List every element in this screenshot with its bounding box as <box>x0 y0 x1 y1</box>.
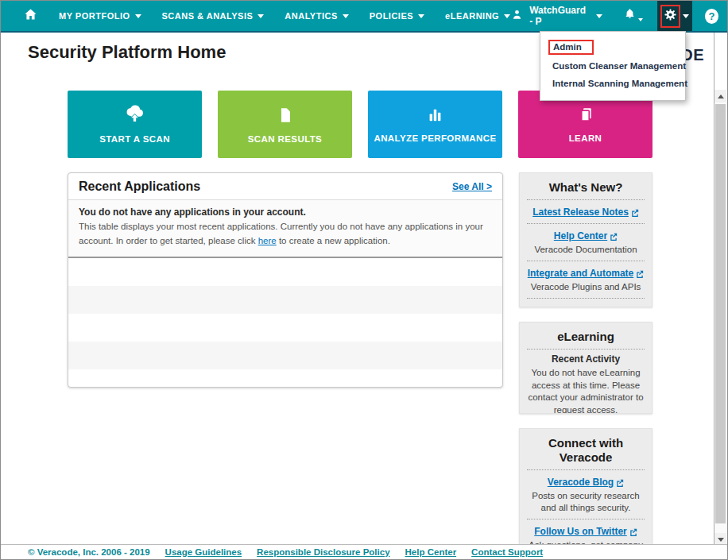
table-row <box>68 286 502 314</box>
elearning-panel: eLearning Recent Activity You do not hav… <box>519 322 652 414</box>
scan-results-button[interactable]: SCAN RESULTS <box>218 91 352 158</box>
veracode-community-link[interactable]: Veracode Community <box>532 305 640 307</box>
chevron-down-icon <box>596 14 602 18</box>
bell-icon <box>623 7 637 24</box>
nav-my-portfolio[interactable]: MY PORTFOLIO <box>59 11 141 21</box>
table-row <box>68 258 502 286</box>
chevron-down-icon <box>418 14 424 18</box>
panel-title: Connect with Veracode <box>520 429 652 465</box>
nav-scans-analysis[interactable]: SCANS & ANALYSIS <box>162 11 265 21</box>
notifications-menu[interactable] <box>623 7 643 25</box>
books-icon <box>576 106 594 126</box>
annotation-highlight-gear <box>660 5 680 28</box>
chevron-down-icon <box>718 538 724 542</box>
link-description: Veracode Plugins and APIs <box>520 281 652 293</box>
chevron-up-icon <box>718 95 724 98</box>
usage-guidelines-link[interactable]: Usage Guidelines <box>165 547 242 557</box>
external-link-icon <box>632 307 640 308</box>
nav-label: SCANS & ANALYSIS <box>162 11 254 21</box>
link-label: Veracode Community <box>532 305 629 307</box>
user-label: WatchGuard - P <box>529 5 591 27</box>
button-label: LEARN <box>569 133 602 143</box>
divider <box>527 199 645 200</box>
nav-policies[interactable]: POLICIES <box>370 11 424 21</box>
menu-item-custom-cleanser[interactable]: Custom Cleanser Management <box>540 57 685 75</box>
gear-icon <box>664 8 677 25</box>
divider <box>527 519 645 519</box>
nav-label: eLEARNING <box>445 11 499 21</box>
twitter-link[interactable]: Follow Us on Twitter <box>534 526 637 538</box>
chevron-down-icon <box>504 14 510 18</box>
external-link-icon <box>636 270 644 278</box>
nav-analytics[interactable]: ANALYTICS <box>285 11 348 21</box>
nav-right-group: WatchGuard - P <box>510 1 728 31</box>
latest-release-notes-link[interactable]: Latest Release Notes <box>532 207 639 218</box>
cloud-upload-icon <box>124 105 145 127</box>
scrollbar-up-button[interactable] <box>714 90 726 102</box>
external-link-icon <box>631 209 639 217</box>
question-mark-icon: ? <box>708 10 714 22</box>
empty-body-text: to create a new application. <box>277 236 390 245</box>
link-description: Veracode Documentation <box>520 244 652 256</box>
chevron-down-icon <box>683 14 689 18</box>
scrollbar-gutter <box>714 33 726 544</box>
recent-applications-header: Recent Applications See All > <box>68 173 502 200</box>
home-icon <box>23 7 38 25</box>
panel-title: eLearning <box>520 322 652 344</box>
whats-new-panel: What's New? Latest Release Notes Help Ce… <box>519 172 652 307</box>
scrollbar-thumb[interactable] <box>715 104 726 523</box>
start-a-scan-button[interactable]: START A SCAN <box>68 91 202 158</box>
chevron-down-icon <box>258 14 264 18</box>
page-title: Security Platform Home <box>28 42 226 63</box>
contact-support-link[interactable]: Contact Support <box>471 547 543 557</box>
help-center-link[interactable]: Help Center <box>554 230 618 242</box>
empty-state-title: You do not have any applications in your… <box>79 207 492 218</box>
nav-label: ANALYTICS <box>285 11 337 21</box>
document-icon <box>277 106 294 127</box>
analyze-performance-button[interactable]: ANALYZE PERFORMANCE <box>368 91 502 158</box>
divider <box>527 349 645 350</box>
create-application-link[interactable]: here <box>258 236 277 245</box>
vertical-scrollbar[interactable] <box>714 90 726 546</box>
chevron-down-icon <box>638 18 643 21</box>
veracode-blog-link[interactable]: Veracode Blog <box>548 477 624 489</box>
empty-state-message: You do not have any applications in your… <box>68 200 502 258</box>
see-all-link[interactable]: See All > <box>452 181 492 192</box>
admin-gear-menu[interactable] <box>657 1 691 31</box>
table-row <box>68 342 502 369</box>
divider <box>527 223 645 224</box>
empty-table-rows <box>68 258 502 388</box>
user-icon <box>510 8 524 24</box>
link-label: Veracode Blog <box>548 477 614 489</box>
table-row <box>68 369 502 388</box>
veracode-platform-window: MY PORTFOLIO SCANS & ANALYSIS ANALYTICS … <box>0 0 728 560</box>
menu-item-admin[interactable]: Admin <box>540 37 685 57</box>
help-button[interactable]: ? <box>705 9 718 24</box>
footer: © Veracode, Inc. 2006 - 2019 Usage Guide… <box>1 544 727 559</box>
link-label: Help Center <box>554 230 607 242</box>
recent-applications-panel: Recent Applications See All > You do not… <box>68 172 503 388</box>
responsible-disclosure-link[interactable]: Responsible Disclosure Policy <box>257 547 389 557</box>
home-nav-button[interactable] <box>23 7 38 25</box>
elearning-message: You do not have eLearning access at this… <box>520 365 652 414</box>
empty-state-body: This table displays your most recent app… <box>79 220 492 249</box>
user-menu[interactable]: WatchGuard - P <box>510 5 602 27</box>
gear-dropdown-menu: Admin Custom Cleanser Management Interna… <box>540 31 686 101</box>
top-nav: MY PORTFOLIO SCANS & ANALYSIS ANALYTICS … <box>1 1 728 33</box>
external-link-icon <box>629 528 637 536</box>
link-label: Latest Release Notes <box>532 207 629 218</box>
integrate-automate-link[interactable]: Integrate and Automate <box>528 268 645 280</box>
link-label: Integrate and Automate <box>528 268 634 280</box>
external-link-icon <box>616 479 624 487</box>
panel-title: Recent Applications <box>79 180 200 194</box>
connect-panel: Connect with Veracode Veracode Blog Post… <box>519 428 652 546</box>
nav-elearning[interactable]: eLEARNING <box>445 11 510 21</box>
menu-item-internal-scanning[interactable]: Internal Scanning Management <box>540 75 685 92</box>
button-label: SCAN RESULTS <box>248 134 322 144</box>
help-center-footer-link[interactable]: Help Center <box>405 547 457 557</box>
divider <box>527 261 645 261</box>
menu-item-label: Admin <box>553 42 582 52</box>
button-label: START A SCAN <box>99 134 170 144</box>
chevron-down-icon <box>135 14 141 18</box>
button-label: ANALYZE PERFORMANCE <box>374 133 496 143</box>
